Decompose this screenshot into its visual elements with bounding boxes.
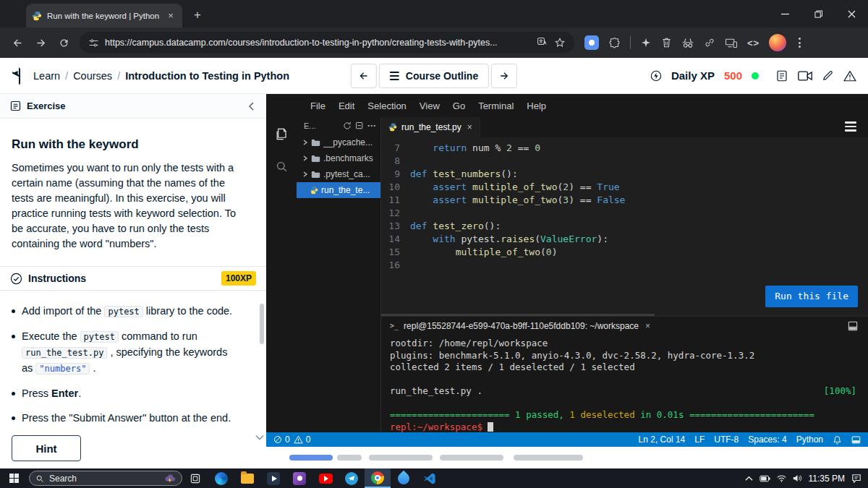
search-icon[interactable] bbox=[275, 160, 289, 174]
vscode-icon[interactable] bbox=[417, 468, 443, 488]
encoding-indicator[interactable]: UTF-8 bbox=[714, 435, 739, 445]
devices-icon[interactable] bbox=[725, 38, 738, 48]
media-player-icon[interactable] bbox=[260, 468, 286, 488]
site-settings-icon[interactable] bbox=[88, 38, 99, 48]
code-brackets-icon[interactable]: <> bbox=[747, 38, 760, 48]
menu-item-selection[interactable]: Selection bbox=[361, 100, 412, 111]
wifi-icon[interactable] bbox=[777, 475, 786, 482]
panel-layout-icon[interactable] bbox=[848, 321, 858, 331]
scrollbar-segment[interactable] bbox=[369, 455, 433, 461]
code-text: return num % 2 == 0 bbox=[410, 142, 540, 155]
breadcrumb-courses[interactable]: Courses bbox=[73, 70, 112, 82]
notes-icon[interactable] bbox=[775, 69, 788, 82]
battery-icon[interactable] bbox=[760, 475, 770, 482]
file-explorer-icon[interactable] bbox=[234, 468, 260, 488]
scrollbar-segment[interactable] bbox=[440, 455, 503, 461]
task-view-icon[interactable] bbox=[182, 468, 208, 488]
tree-item[interactable]: .benchmarks bbox=[297, 150, 380, 166]
edge-icon[interactable] bbox=[208, 468, 234, 488]
tree-item[interactable]: run_the_te... bbox=[297, 182, 380, 198]
language-indicator[interactable]: Python bbox=[796, 435, 823, 445]
reload-button[interactable] bbox=[52, 31, 75, 54]
menu-item-edit[interactable]: Edit bbox=[332, 100, 361, 111]
action-center-icon[interactable] bbox=[851, 474, 861, 483]
editor-actions-icon[interactable] bbox=[845, 121, 856, 132]
report-issue-icon[interactable] bbox=[843, 70, 856, 82]
indent-indicator[interactable]: Spaces: 4 bbox=[748, 435, 786, 445]
menu-item-file[interactable]: File bbox=[304, 100, 332, 111]
code-text: with pytest.raises(ValueError): bbox=[410, 233, 608, 246]
terminal-output[interactable]: rootdir: /home/repl/workspaceplugins: be… bbox=[381, 335, 868, 432]
collapse-all-icon[interactable] bbox=[355, 121, 364, 130]
tab-close-icon[interactable]: × bbox=[165, 10, 176, 22]
course-outline-button[interactable]: Course Outline bbox=[379, 64, 489, 88]
volume-icon[interactable] bbox=[793, 474, 802, 482]
sparkle-icon[interactable] bbox=[640, 37, 652, 48]
extensions-puzzle-icon[interactable] bbox=[608, 37, 621, 49]
editor-tab-close-icon[interactable]: × bbox=[467, 122, 472, 132]
chrome-icon[interactable] bbox=[365, 468, 391, 488]
browser-menu-icon[interactable] bbox=[796, 38, 804, 48]
weather-widget-icon[interactable] bbox=[164, 474, 176, 484]
notifications-bell-icon[interactable] bbox=[833, 435, 842, 445]
tray-chevron-up-icon[interactable] bbox=[745, 476, 753, 481]
editor-tab[interactable]: run_the_test.py × bbox=[381, 117, 480, 137]
taskbar-clock[interactable]: 11:35 PM bbox=[809, 474, 845, 484]
scroll-down-icon[interactable] bbox=[255, 435, 264, 441]
datacamp-logo[interactable] bbox=[12, 67, 26, 85]
code-editor[interactable]: 7 return num % 2 == 089def test_numbers(… bbox=[381, 137, 868, 316]
tree-item[interactable]: .pytest_ca... bbox=[297, 166, 380, 182]
code-token bbox=[410, 142, 433, 153]
cursor-position[interactable]: Ln 2, Col 14 bbox=[639, 435, 686, 445]
image-editor-icon[interactable] bbox=[286, 468, 312, 488]
refresh-icon[interactable] bbox=[343, 121, 352, 130]
youtube-icon[interactable] bbox=[312, 468, 339, 488]
next-exercise-button[interactable] bbox=[491, 64, 517, 88]
explorer-files-icon[interactable] bbox=[275, 127, 289, 141]
exercise-scrollbar-thumb[interactable] bbox=[260, 304, 264, 344]
pinned-extension-icon[interactable] bbox=[584, 35, 599, 50]
warnings-status[interactable]: 0 bbox=[294, 435, 311, 445]
start-button[interactable] bbox=[0, 468, 27, 488]
terminal-tab-close-icon[interactable]: × bbox=[645, 321, 650, 331]
telegram-icon[interactable] bbox=[339, 468, 365, 488]
back-button[interactable] bbox=[6, 31, 29, 54]
hint-button[interactable]: Hint bbox=[12, 435, 81, 461]
eol-indicator[interactable]: LF bbox=[694, 435, 705, 445]
collapse-panel-icon[interactable] bbox=[247, 102, 256, 111]
scrollbar-thumb[interactable] bbox=[289, 455, 333, 461]
link-icon[interactable] bbox=[704, 37, 715, 48]
incognito-icon[interactable] bbox=[681, 38, 694, 48]
browser-tab[interactable]: Run with the keyword | Python × bbox=[26, 4, 182, 27]
window-minimize-button[interactable] bbox=[768, 0, 801, 27]
pencil-icon[interactable] bbox=[822, 69, 834, 82]
address-bar[interactable]: https://campus.datacamp.com/courses/intr… bbox=[80, 32, 574, 53]
profile-avatar[interactable] bbox=[769, 34, 786, 51]
menu-item-help[interactable]: Help bbox=[520, 100, 553, 111]
previous-exercise-button[interactable] bbox=[351, 64, 377, 88]
menu-item-go[interactable]: Go bbox=[446, 100, 472, 111]
menu-item-terminal[interactable]: Terminal bbox=[472, 100, 520, 111]
video-icon[interactable] bbox=[798, 70, 812, 82]
translate-icon[interactable] bbox=[537, 37, 548, 48]
more-actions-icon[interactable]: ··· bbox=[367, 121, 376, 131]
errors-status[interactable]: 0 bbox=[273, 435, 290, 445]
photos-icon[interactable] bbox=[391, 468, 417, 488]
panel-toggle-icon[interactable] bbox=[851, 435, 861, 445]
forward-button[interactable] bbox=[29, 31, 52, 54]
breadcrumb-learn[interactable]: Learn bbox=[33, 70, 60, 82]
window-close-button[interactable] bbox=[835, 0, 868, 27]
bookmark-star-icon[interactable] bbox=[554, 37, 566, 48]
code-token: == bbox=[512, 142, 535, 153]
scrollbar-segment[interactable] bbox=[514, 455, 583, 461]
menu-item-view[interactable]: View bbox=[413, 100, 446, 111]
taskbar-search-box[interactable]: Search bbox=[29, 471, 182, 486]
run-file-button[interactable]: Run this file bbox=[765, 286, 858, 307]
window-restore-button[interactable] bbox=[801, 0, 835, 27]
terminal-tab-label[interactable]: repl@15528744-e599-470a-b9ff-110e5fddb10… bbox=[404, 321, 639, 331]
trash-icon[interactable] bbox=[661, 37, 672, 48]
scrollbar-segment[interactable] bbox=[337, 455, 362, 461]
url-text[interactable]: https://campus.datacamp.com/courses/intr… bbox=[105, 38, 531, 48]
new-tab-button[interactable]: + bbox=[188, 6, 207, 25]
tree-item[interactable]: __pycache... bbox=[297, 134, 380, 150]
